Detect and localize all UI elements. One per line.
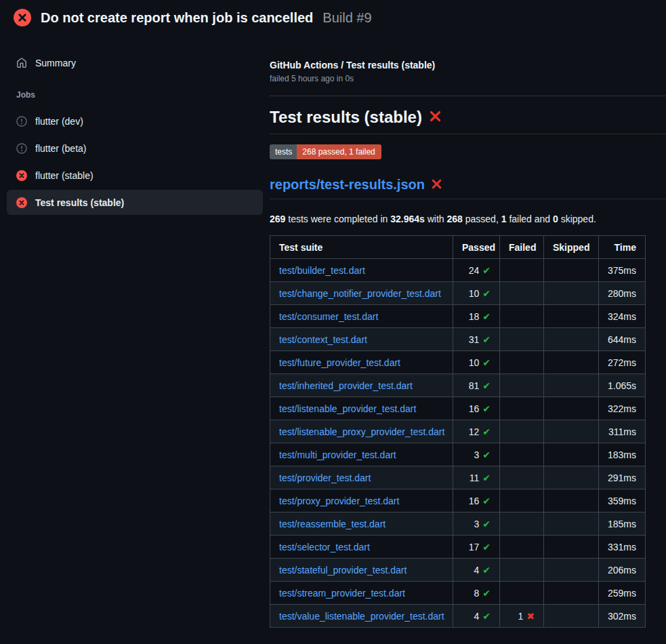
table-row: test/change_notifier_provider_test.dart1… xyxy=(270,282,646,305)
passed-cell: 10✔ xyxy=(453,282,500,305)
suite-link[interactable]: test/consumer_test.dart xyxy=(279,311,378,322)
suite-link[interactable]: test/listenable_provider_test.dart xyxy=(279,403,416,414)
sidebar-item-label: flutter (dev) xyxy=(35,116,83,127)
suite-cell: test/future_provider_test.dart xyxy=(270,351,453,374)
failed-cell xyxy=(500,259,544,282)
skipped-cell xyxy=(544,397,599,420)
suite-link[interactable]: test/listenable_proxy_provider_test.dart xyxy=(279,426,444,437)
passed-cell-value: 16 xyxy=(469,403,480,414)
passed-cell: 16✔ xyxy=(453,397,500,420)
passed-cell-value: 31 xyxy=(469,334,480,345)
skipped-cell xyxy=(544,443,599,466)
sidebar-item-label: Test results (stable) xyxy=(35,197,124,208)
suite-link[interactable]: test/context_test.dart xyxy=(279,334,367,345)
table-row: test/inherited_provider_test.dart81✔1.06… xyxy=(270,374,646,397)
skipped-cell xyxy=(544,328,599,351)
summary-text: tests were completed in xyxy=(285,214,390,224)
time-cell: 183ms xyxy=(599,443,646,466)
sidebar-item-flutter-beta[interactable]: flutter (beta) xyxy=(7,136,263,161)
passed-cell: 10✔ xyxy=(453,351,500,374)
suite-link[interactable]: test/change_notifier_provider_test.dart xyxy=(279,288,441,299)
time-cell: 185ms xyxy=(599,512,646,536)
time-cell: 1.065s xyxy=(599,374,646,397)
skipped-cell xyxy=(544,374,599,397)
failed-cell xyxy=(500,489,544,512)
failed-cell xyxy=(500,443,544,466)
report-file-link[interactable]: reports/test-results.json xyxy=(270,177,425,193)
passed-cell-value: 12 xyxy=(469,426,480,437)
check-icon: ✔ xyxy=(482,563,491,577)
suite-link[interactable]: test/value_listenable_provider_test.dart xyxy=(279,611,444,622)
check-run-header: Do not create report when job is cancell… xyxy=(0,0,666,35)
check-icon: ✔ xyxy=(482,402,491,416)
sidebar-item-summary[interactable]: Summary xyxy=(7,50,263,75)
check-icon: ✔ xyxy=(482,448,491,462)
check-icon: ✔ xyxy=(482,494,491,508)
time-cell: 302ms xyxy=(599,605,646,628)
section-heading: Test results (stable) xyxy=(270,108,666,134)
table-row: test/stateful_provider_test.dart4✔206ms xyxy=(270,559,646,582)
check-icon: ✔ xyxy=(482,356,491,369)
passed-cell: 24✔ xyxy=(453,259,500,282)
passed-cell-value: 4 xyxy=(474,611,479,622)
suite-link[interactable]: test/stream_provider_test.dart xyxy=(279,588,405,599)
table-row: test/listenable_provider_test.dart16✔322… xyxy=(270,397,646,420)
sidebar-item-test-results-stable[interactable]: Test results (stable) xyxy=(7,190,263,215)
passed-cell: 8✔ xyxy=(453,582,500,605)
suite-cell: test/reassemble_test.dart xyxy=(270,512,453,536)
suite-cell: test/stream_provider_test.dart xyxy=(270,582,453,605)
suite-link[interactable]: test/stateful_provider_test.dart xyxy=(279,565,407,576)
time-cell: 324ms xyxy=(599,305,646,328)
passed-cell: 18✔ xyxy=(453,305,500,328)
passed-cell: 4✔ xyxy=(453,605,500,628)
time-cell: 280ms xyxy=(599,282,646,305)
skipped-cell xyxy=(544,512,599,536)
failed-status-icon xyxy=(16,170,27,181)
suite-link[interactable]: test/builder_test.dart xyxy=(279,265,365,276)
sidebar-item-flutter-stable[interactable]: flutter (stable) xyxy=(7,163,263,188)
check-icon: ✔ xyxy=(482,379,491,393)
table-header-row: Test suite Passed Failed Skipped Time xyxy=(270,236,646,259)
time-cell: 375ms xyxy=(599,259,646,282)
passed-cell-value: 11 xyxy=(470,472,480,483)
suite-cell: test/selector_test.dart xyxy=(270,536,453,559)
time-cell: 259ms xyxy=(599,582,646,605)
suite-link[interactable]: test/inherited_provider_test.dart xyxy=(279,380,413,391)
suite-cell: test/stateful_provider_test.dart xyxy=(270,559,453,582)
time-cell: 331ms xyxy=(599,536,646,559)
suite-cell: test/multi_provider_test.dart xyxy=(270,443,453,466)
neutral-status-icon xyxy=(16,143,27,154)
skipped-cell xyxy=(544,605,599,628)
table-row: test/proxy_provider_test.dart16✔359ms xyxy=(270,489,646,512)
suite-link[interactable]: test/multi_provider_test.dart xyxy=(279,449,396,460)
passed-count: 268 xyxy=(447,214,463,224)
sidebar-item-flutter-dev[interactable]: flutter (dev) xyxy=(7,108,263,134)
suite-link[interactable]: test/future_provider_test.dart xyxy=(279,357,400,368)
passed-cell-value: 17 xyxy=(469,542,480,552)
suite-link[interactable]: test/reassemble_test.dart xyxy=(279,519,386,529)
run-title: GitHub Actions / Test results (stable) xyxy=(270,60,666,71)
badge-label: tests xyxy=(270,144,297,159)
table-row: test/provider_test.dart11✔291ms xyxy=(270,466,646,489)
time-cell: 206ms xyxy=(599,559,646,582)
suite-link[interactable]: test/proxy_provider_test.dart xyxy=(279,496,399,506)
home-icon xyxy=(16,58,27,68)
suite-cell: test/consumer_test.dart xyxy=(270,305,453,328)
jobs-sidebar: Summary Jobs flutter (dev) flut xyxy=(0,35,270,215)
failed-cell xyxy=(500,351,544,374)
suite-link[interactable]: test/provider_test.dart xyxy=(279,472,371,483)
summary-text: passed, xyxy=(463,214,501,224)
failed-status-icon xyxy=(14,9,31,26)
table-row: test/selector_test.dart17✔331ms xyxy=(270,536,646,559)
passed-cell-value: 3 xyxy=(474,449,479,460)
suite-link[interactable]: test/selector_test.dart xyxy=(279,542,370,552)
time-cell: 359ms xyxy=(599,489,646,512)
failed-cell xyxy=(500,536,544,559)
passed-cell: 17✔ xyxy=(453,536,500,559)
run-meta: failed 5 hours ago in 0s xyxy=(270,74,666,83)
cross-mark-icon xyxy=(431,178,442,192)
results-table-body: test/builder_test.dart24✔375mstest/chang… xyxy=(270,259,646,628)
passed-cell: 31✔ xyxy=(453,328,500,351)
check-icon: ✔ xyxy=(482,310,491,323)
passed-cell-value: 24 xyxy=(469,265,480,276)
